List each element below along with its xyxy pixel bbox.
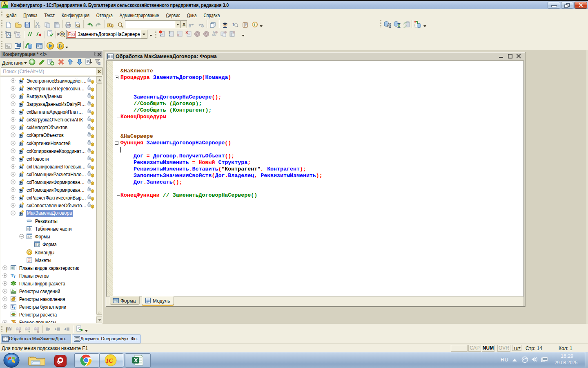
svg-text:T: T: [13, 275, 16, 279]
svg-text:T: T: [13, 306, 16, 309]
svg-text:?: ?: [232, 22, 235, 27]
svg-text:1С: 1С: [106, 357, 114, 364]
svg-text:?: ?: [168, 31, 171, 35]
